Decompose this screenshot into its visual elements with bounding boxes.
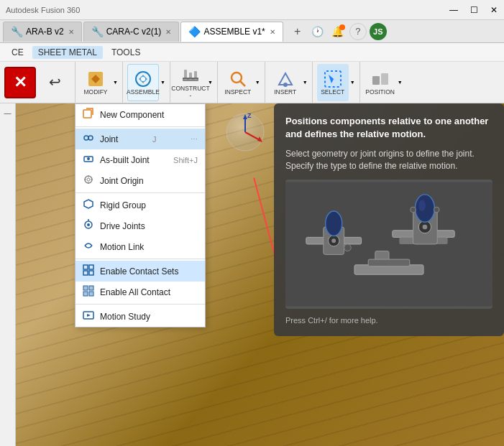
app-title: Autodesk Fusion 360 bbox=[6, 6, 80, 14]
add-tab-button[interactable]: + bbox=[289, 23, 306, 40]
select-button[interactable]: SELECT bbox=[317, 64, 349, 101]
svg-point-10 bbox=[283, 83, 288, 87]
modify-group: MODIFY ▼ bbox=[80, 62, 123, 103]
dropdown-item-rigid-group[interactable]: Rigid Group bbox=[75, 195, 205, 215]
info-panel: Positions components relative to one ano… bbox=[274, 103, 504, 336]
motion-study-icon bbox=[83, 310, 94, 323]
svg-point-28 bbox=[87, 223, 90, 226]
tab-label-assemble: ASSEMBLE v1* bbox=[203, 27, 265, 37]
inspect-dropdown-arrow[interactable]: ▼ bbox=[255, 80, 260, 85]
construct-label: CONSTRUCT - bbox=[171, 85, 209, 99]
asbuilt-joint-label: As-built Joint bbox=[100, 155, 150, 165]
position-dropdown-arrow[interactable]: ▼ bbox=[398, 80, 403, 85]
left-panel: — bbox=[0, 103, 16, 446]
svg-point-16 bbox=[88, 136, 93, 140]
joint-shortcut: J bbox=[152, 135, 157, 144]
tab-label-cara-c: CARA-C v2(1) bbox=[106, 27, 162, 37]
modify-button[interactable]: MODIFY bbox=[80, 64, 111, 101]
svg-rect-30 bbox=[83, 265, 88, 269]
svg-line-9 bbox=[240, 81, 245, 86]
modify-dropdown-arrow[interactable]: ▼ bbox=[113, 80, 118, 85]
insert-icon bbox=[275, 69, 295, 89]
construct-group: CONSTRUCT - ▼ bbox=[175, 62, 218, 103]
cancel-button[interactable]: ✕ bbox=[4, 67, 36, 98]
joint-more[interactable]: ⋯ bbox=[191, 135, 198, 143]
dropdown-item-motion-link[interactable]: Motion Link bbox=[75, 236, 205, 257]
position-button[interactable]: POSITION bbox=[365, 64, 396, 101]
dropdown-item-joint-origin[interactable]: Joint Origin bbox=[75, 170, 205, 191]
minimize-button[interactable]: — bbox=[444, 0, 464, 20]
joint-icon bbox=[83, 132, 94, 146]
position-icon bbox=[370, 69, 390, 89]
drive-joints-label: Drive Joints bbox=[100, 221, 145, 231]
insert-group: INSERT ▼ bbox=[270, 62, 313, 103]
inspect-label: INSPECT bbox=[224, 89, 251, 96]
insert-dropdown-arrow[interactable]: ▼ bbox=[303, 80, 308, 85]
dropdown-item-enable-contact-sets[interactable]: Enable Contact Sets bbox=[75, 261, 205, 282]
svg-marker-39 bbox=[87, 314, 91, 317]
tab-close-ara-b[interactable]: ✕ bbox=[68, 28, 74, 36]
assemble-dropdown-arrow[interactable]: ▼ bbox=[160, 80, 165, 85]
drive-joints-icon bbox=[83, 219, 94, 233]
redo-icon: ↩ bbox=[49, 73, 61, 90]
inspect-button[interactable]: INSPECT bbox=[222, 64, 254, 101]
left-panel-toggle[interactable]: — bbox=[1, 106, 14, 119]
modify-icon bbox=[86, 69, 106, 89]
joint-illustration-svg bbox=[285, 180, 492, 309]
dropdown-item-new-component[interactable]: New Component bbox=[75, 104, 205, 125]
svg-point-51 bbox=[423, 225, 428, 230]
inspect-group: INSPECT ▼ bbox=[222, 62, 265, 103]
select-dropdown-arrow[interactable]: ▼ bbox=[350, 80, 355, 85]
assemble-button[interactable]: ASSEMBLE bbox=[127, 64, 159, 101]
dropdown-item-joint[interactable]: Joint J ⋯ bbox=[75, 129, 205, 149]
menu-item-sheet-metal[interactable]: SHEET METAL bbox=[32, 46, 103, 59]
tab-icon-ara-b: 🔧 bbox=[11, 26, 23, 37]
asbuilt-joint-icon bbox=[83, 153, 94, 167]
menu-item-tools[interactable]: TOOLS bbox=[106, 46, 146, 59]
dropdown-item-enable-all-contact[interactable]: Enable All Contact bbox=[75, 282, 205, 302]
svg-point-44 bbox=[331, 238, 336, 243]
joint-origin-icon bbox=[83, 174, 94, 187]
motion-link-label: Motion Link bbox=[100, 242, 144, 252]
joint-label: Joint bbox=[100, 134, 118, 144]
tab-assemble[interactable]: 🔷 ASSEMBLE v1* ✕ bbox=[180, 22, 283, 42]
svg-text:Z: Z bbox=[247, 112, 252, 119]
notification-dot bbox=[339, 24, 345, 30]
dropdown-item-motion-study[interactable]: Motion Study bbox=[75, 306, 205, 327]
dropdown-item-drive-joints[interactable]: Drive Joints bbox=[75, 215, 205, 236]
svg-point-15 bbox=[84, 136, 88, 140]
construct-dropdown-arrow[interactable]: ▼ bbox=[208, 80, 213, 85]
rigid-group-icon bbox=[83, 198, 94, 212]
help-button[interactable]: ? bbox=[349, 23, 367, 40]
tab-ara-b[interactable]: 🔧 ARA-B v2 ✕ bbox=[3, 22, 82, 42]
insert-button[interactable]: INSERT bbox=[270, 64, 301, 101]
svg-marker-26 bbox=[84, 200, 93, 208]
notifications-button[interactable]: 🔔 bbox=[329, 23, 347, 40]
svg-point-53 bbox=[418, 200, 426, 211]
svg-rect-14 bbox=[83, 110, 91, 118]
svg-rect-35 bbox=[89, 286, 93, 290]
tab-label-ara-b: ARA-B v2 bbox=[26, 27, 64, 37]
menu-item-ce[interactable]: CE bbox=[6, 46, 29, 59]
tab-cara-c[interactable]: 🔧 CARA-C v2(1) ✕ bbox=[83, 22, 180, 42]
assemble-icon bbox=[133, 69, 153, 89]
svg-point-21 bbox=[87, 178, 90, 181]
construct-button[interactable]: CONSTRUCT - bbox=[175, 64, 206, 101]
svg-rect-13 bbox=[381, 73, 388, 85]
toolbar: ✕ ↩ MODIFY ▼ ASSEMBLE ▼ bbox=[0, 62, 504, 103]
title-bar: Autodesk Fusion 360 — ☐ ✕ bbox=[0, 0, 504, 20]
close-button[interactable]: ✕ bbox=[484, 0, 504, 20]
recent-files-button[interactable]: 🕐 bbox=[309, 23, 326, 40]
tab-close-assemble[interactable]: ✕ bbox=[270, 28, 275, 36]
cancel-icon: ✕ bbox=[14, 73, 27, 92]
tab-icon-cara-c: 🔧 bbox=[91, 26, 104, 37]
dropdown-item-asbuilt-joint[interactable]: As-built Joint Shift+J bbox=[75, 149, 205, 170]
tabs-extra: + 🕐 🔔 ? JS bbox=[289, 23, 387, 40]
user-avatar[interactable]: JS bbox=[370, 23, 387, 40]
tab-close-cara-c[interactable]: ✕ bbox=[165, 28, 171, 36]
svg-point-46 bbox=[344, 244, 352, 251]
new-component-label: New Component bbox=[100, 110, 164, 120]
redo-button[interactable]: ↩ bbox=[39, 64, 70, 101]
maximize-button[interactable]: ☐ bbox=[464, 0, 484, 20]
position-group: POSITION ▼ bbox=[365, 62, 407, 103]
